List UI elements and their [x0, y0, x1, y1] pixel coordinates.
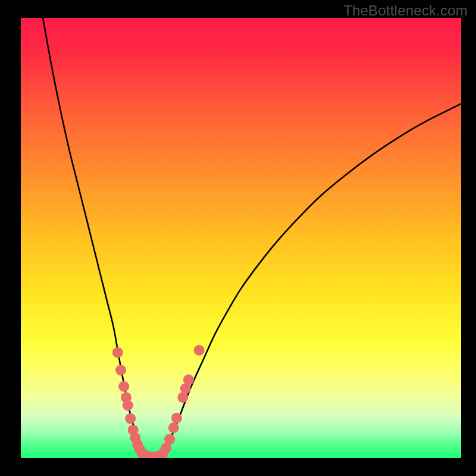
marker-dot [194, 345, 205, 356]
marker-dot [183, 374, 194, 385]
marker-dot [123, 400, 133, 411]
gradient-background [21, 18, 461, 458]
marker-dot [164, 434, 175, 444]
marker-dot [125, 413, 136, 424]
marker-dot [115, 365, 126, 375]
marker-dot [112, 347, 123, 358]
marker-dot [171, 413, 182, 424]
marker-dot [168, 422, 179, 433]
watermark-text: TheBottleneck.com [343, 2, 468, 19]
marker-dot [118, 381, 129, 392]
bottleneck-chart [21, 18, 461, 458]
chart-frame: TheBottleneck.com [0, 0, 476, 476]
